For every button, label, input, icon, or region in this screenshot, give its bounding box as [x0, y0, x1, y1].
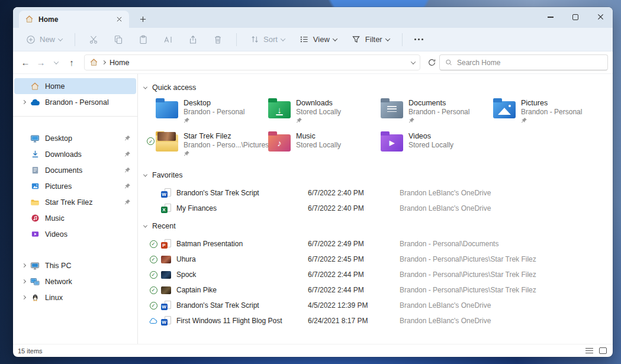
back-button[interactable]: ← — [18, 55, 33, 70]
view-toggles — [585, 347, 607, 354]
pin-icon — [123, 167, 131, 173]
section-header-quick-access[interactable]: Quick access — [141, 81, 613, 94]
breadcrumb: Home — [89, 58, 129, 67]
sidebar-item-label: Downloads — [45, 150, 123, 159]
tile-documents[interactable]: Documents Brandon - Personal — [371, 95, 483, 128]
search-icon — [445, 59, 452, 66]
up-button[interactable]: ↑ — [64, 55, 79, 70]
section-header-recent[interactable]: Recent — [141, 220, 613, 233]
collapse-chevron-icon[interactable] — [143, 172, 147, 176]
tile-sublabel: Brandon - Perso...\Pictures — [184, 141, 258, 150]
rename-icon[interactable] — [163, 34, 173, 45]
tile-downloads[interactable]: ↓ Downloads Stored Locally — [258, 95, 371, 128]
file-row[interactable]: ✓ Uhura 6/7/2022 2:45 PM Brandon - Perso… — [141, 252, 613, 267]
onedrive-cloud-icon — [30, 98, 40, 107]
history-button[interactable] — [49, 55, 64, 70]
sidebar-item-star-trek-filez[interactable]: Star Trek Filez — [14, 194, 136, 210]
word-doc-icon: W — [160, 316, 172, 326]
sidebar-item-home[interactable]: Home — [14, 78, 136, 94]
minimize-icon — [548, 17, 554, 18]
tab-home[interactable]: Home — [19, 11, 129, 28]
view-button[interactable]: View — [295, 31, 341, 48]
file-row[interactable]: W First Windows 11 Flight Blog Post 6/24… — [141, 313, 613, 328]
copy-icon[interactable] — [113, 34, 124, 45]
sync-status-icon: ✓ — [148, 271, 159, 279]
file-name: Uhura — [176, 255, 308, 263]
sidebar-item-label: Documents — [45, 166, 123, 175]
tile-videos[interactable]: ▶ Videos Stored Locally — [371, 128, 483, 162]
folder-desktop-icon — [156, 101, 178, 118]
tile-sublabel: Stored Locally — [408, 141, 453, 150]
chevron-down-icon — [58, 36, 63, 41]
powerpoint-doc-icon: P — [160, 239, 172, 249]
item-count: 15 items — [18, 347, 43, 355]
share-icon[interactable] — [188, 34, 198, 45]
chevron-down-icon — [333, 36, 337, 41]
file-row[interactable]: X My Finances 6/7/2022 2:40 PM Brandon L… — [141, 201, 613, 216]
maximize-button[interactable] — [563, 7, 588, 27]
sort-button[interactable]: Sort — [245, 31, 289, 48]
file-name: Batman Presentation — [176, 240, 308, 248]
tile-pictures[interactable]: Pictures Brandon - Personal — [483, 95, 596, 128]
tile-name: Pictures — [521, 99, 582, 108]
tile-desktop[interactable]: Desktop Brandon - Personal — [146, 95, 258, 128]
tab-strip: Home — [13, 7, 613, 28]
cut-icon[interactable] — [88, 34, 99, 45]
more-options-button[interactable] — [411, 35, 427, 44]
details-view-icon[interactable] — [585, 348, 593, 353]
search-input[interactable] — [457, 59, 602, 67]
sidebar-item-videos[interactable]: Videos — [14, 226, 136, 242]
section-title: Favorites — [152, 171, 182, 179]
file-row[interactable]: ✓ W Brandon's Star Trek Script 4/5/2022 … — [141, 298, 613, 313]
search-box[interactable] — [439, 54, 608, 70]
sidebar-item-documents[interactable]: Documents — [14, 162, 136, 178]
sidebar-item-linux[interactable]: Linux — [14, 289, 136, 305]
forward-button[interactable]: → — [33, 55, 49, 70]
sidebar-item-this-pc[interactable]: This PC — [14, 257, 136, 273]
expand-chevron-icon[interactable] — [18, 280, 30, 283]
network-icon — [30, 277, 40, 286]
expand-chevron-icon[interactable] — [18, 296, 30, 299]
breadcrumb-root[interactable]: Home — [110, 59, 129, 67]
minimize-button[interactable] — [538, 7, 563, 27]
new-button[interactable]: New — [21, 31, 66, 48]
sidebar-item-pictures[interactable]: Pictures — [14, 178, 136, 194]
status-bar: 15 items — [13, 344, 613, 357]
tile-name: Star Trek Filez — [184, 132, 258, 141]
delete-icon[interactable] — [213, 34, 223, 45]
file-row[interactable]: W Brandon's Star Trek Script 6/7/2022 2:… — [141, 185, 613, 201]
collapse-chevron-icon[interactable] — [143, 223, 147, 227]
sidebar-item-label: Music — [45, 214, 123, 223]
file-date: 6/7/2022 2:49 PM — [308, 240, 400, 248]
file-row[interactable]: ✓ Spock 6/7/2022 2:44 PM Brandon - Perso… — [141, 267, 613, 282]
tab-close-icon[interactable] — [114, 14, 124, 25]
refresh-button[interactable] — [424, 55, 439, 70]
tile-music[interactable]: ♪ Music Stored Locally — [258, 128, 371, 162]
new-tab-button[interactable] — [135, 11, 150, 27]
sidebar-item-onedrive[interactable]: Brandon - Personal — [14, 94, 136, 110]
tile-star-trek-filez[interactable]: ✓ Star Trek Filez Brandon - Perso...\Pic… — [146, 128, 258, 162]
section-header-favorites[interactable]: Favorites — [141, 169, 613, 182]
photo-thumbnail-icon — [160, 256, 172, 263]
sidebar-item-music[interactable]: Music — [14, 210, 136, 226]
sidebar-item-desktop[interactable]: Desktop — [14, 130, 136, 146]
downloads-icon — [30, 150, 40, 159]
close-button[interactable] — [588, 7, 613, 27]
file-row[interactable]: ✓ Captain Pike 6/7/2022 2:44 PM Brandon … — [141, 282, 613, 298]
expand-chevron-icon[interactable] — [18, 264, 30, 267]
sidebar-item-network[interactable]: Network — [14, 273, 136, 289]
expand-chevron-icon[interactable] — [18, 101, 30, 104]
paste-icon[interactable] — [138, 34, 149, 45]
address-dropdown-icon[interactable] — [411, 59, 416, 64]
sidebar-item-label: Linux — [45, 294, 131, 302]
navigation-bar: ← → ↑ Home — [13, 51, 613, 74]
large-icons-view-icon[interactable] — [599, 347, 607, 354]
folder-documents-icon — [381, 101, 403, 118]
file-row[interactable]: ✓ P Batman Presentation 6/7/2022 2:49 PM… — [141, 236, 613, 252]
sidebar-item-downloads[interactable]: Downloads — [14, 146, 136, 162]
collapse-chevron-icon[interactable] — [143, 85, 147, 89]
filter-button[interactable]: Filter — [347, 31, 394, 48]
home-icon — [89, 58, 98, 67]
address-bar[interactable]: Home — [84, 54, 420, 70]
excel-doc-icon: X — [160, 204, 172, 213]
